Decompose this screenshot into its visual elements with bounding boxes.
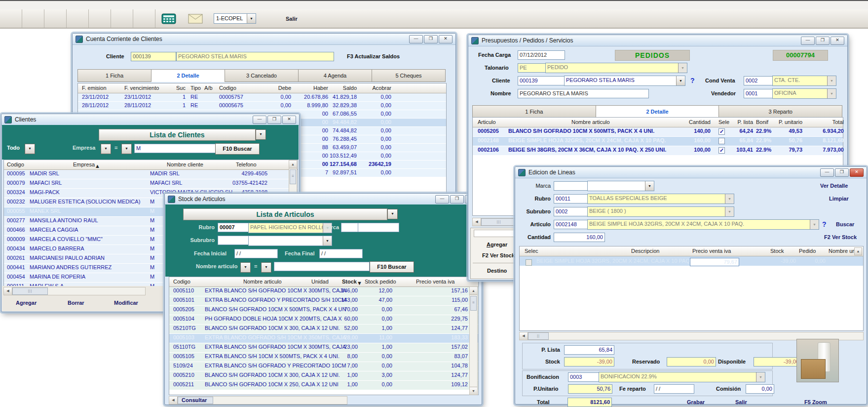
close-icon[interactable]: ✕ [439,35,453,43]
titlebar[interactable]: Stock de Articulos — ❐ ✕ [165,194,482,205]
tab[interactable]: 3 Cancelado [225,69,298,82]
chevron-down-icon[interactable]: ▼ [247,14,256,23]
marca-combo[interactable]: ▼ [587,181,654,191]
tab[interactable]: 5 Cheques [372,69,446,82]
talonario-combo[interactable]: PEDIDO ▼ [545,63,687,73]
checkbox-unchecked-icon[interactable] [526,259,532,266]
table-row[interactable]: 0005211 BLANCO S/H GOFRADO 10CM X 250, C… [169,381,478,390]
table-row[interactable]: 0005105 EXTRA BLANCO S/H 10CM X 500MTS, … [169,353,478,362]
vendedor-combo[interactable]: OFICINA ▼ [772,88,836,99]
vertical-scrollbar[interactable]: ▲ ≡ ▼ [469,286,478,395]
cliente-name-field[interactable]: PEGORARO STELA MARIS [176,52,334,61]
tab[interactable]: 2 Detalle [596,105,719,118]
calculator-button[interactable] [155,9,182,28]
reservado-field[interactable]: 0,00 [667,357,716,366]
scrollbar-thumb[interactable]: ||| [481,218,517,226]
minimize-icon[interactable]: — [253,116,266,124]
maximize-icon[interactable]: ❐ [835,168,849,177]
scroll-up-icon[interactable]: ▲ [854,247,862,255]
table-row[interactable]: 0005103 EXTRA BLANCO GOFRADO S/H 10CM X … [169,334,478,343]
table-row[interactable]: 0002106 BEIGE S/H 38GRS, 20CM X 36CM, CA… [473,146,843,155]
modificar-button[interactable]: Modificar [114,300,138,306]
f2-ver-stock-button[interactable]: F2 Ver Stock [824,234,857,240]
f3-actualizar-label[interactable]: F3 Actualizar Saldos [347,53,400,59]
table-row[interactable]: 28/11/2012 28/11/2012 1 RE 00005675 0,00… [78,102,446,110]
f10-buscar-button[interactable]: F10 Buscar [215,143,260,155]
company-select[interactable]: 1-ECOPEL ▼ [214,9,256,28]
table-row[interactable]: 000079 MAFACI SRL MAFACI SRL 03755-42142… [4,179,298,188]
table-row[interactable]: 000095 MADIR SRL MADIR SRL 4299-4505 [4,170,298,179]
chevron-down-icon[interactable]: ▼ [121,144,132,154]
table-row[interactable]: 0005104 PH GOFRADO DOBLE HOJA 10CM X 200… [169,315,478,324]
toolbar-button[interactable] [22,9,44,28]
marca-name-field[interactable] [358,223,399,232]
cliente-code-field[interactable]: 000139 [131,52,176,61]
chevron-down-icon[interactable]: ▼ [101,144,111,154]
table-row[interactable]: 0002148 BEIGE SIMPLE HOJA 32GRS, 20CM X … [473,137,843,146]
maximize-icon[interactable]: ❐ [424,35,438,43]
table-row[interactable]: BEIGE SIMPLE HOJA 32GRS, 20CM X 24CM, CA… [520,256,863,266]
product-image[interactable] [796,339,839,382]
scroll-left-icon[interactable]: ◀ [169,397,178,404]
rubro-combo[interactable]: TOALLAS ESPECIALES BEIGE ▼ [587,194,734,204]
minimize-icon[interactable]: — [801,37,815,45]
ver-detalle-button[interactable]: Ver Detalle [820,183,848,189]
cantidad-field[interactable]: 160,00 [554,233,605,242]
fecha-final-field[interactable]: / / [319,249,363,258]
toolbar-button[interactable] [44,9,67,28]
talonario-code-field[interactable]: PE [518,63,547,73]
horizontal-scrollbar[interactable]: ◀ ||| [3,287,146,295]
fecha-carga-field[interactable]: 07/12/2012 [518,50,565,60]
help-icon[interactable]: ? [690,77,695,84]
salir-button[interactable]: Salir [735,399,747,405]
consultar-button[interactable]: Consultar [182,397,207,403]
limpiar-button[interactable]: Limpiar [829,196,849,202]
scroll-left-icon[interactable]: ◀ [4,287,12,295]
scroll-up-icon[interactable]: ▲ [289,161,297,168]
f10-buscar-button[interactable]: F10 Buscar [370,261,414,273]
chevron-down-icon[interactable]: ▼ [261,262,271,273]
cond-venta-code-field[interactable]: 0002 [744,76,773,85]
titlebar[interactable]: Presupuestos / Pedidos / Servicios — ❐ ✕ [468,35,847,46]
close-icon[interactable]: ✕ [282,116,296,124]
minimize-icon[interactable]: — [409,35,423,43]
table-row[interactable]: 0005210 BLANCO S/H GOFRADO 10CM X 300, C… [169,371,478,380]
agregar-button[interactable]: Agregar [487,242,507,247]
rubro-code-field[interactable]: 00007 [218,223,250,232]
total-field[interactable]: 8121,60 [567,398,612,407]
destino-button[interactable]: Destino [487,268,507,274]
cliente-combo[interactable]: PEGORARO STELA MARIS ▼ [564,76,685,86]
buscar-button[interactable]: Buscar [836,221,854,227]
tab[interactable]: 3 Reparto [718,105,842,118]
p-lista-field[interactable]: 65,84 [564,345,614,355]
nombre-field[interactable]: PEGORARO STELA MARIS [518,89,649,98]
toolbar-button[interactable] [133,9,155,28]
subrubro-combo[interactable]: ▼ [248,236,332,246]
scrollbar-thumb[interactable]: ≡ [290,169,296,184]
salir-button[interactable]: Salir [281,9,302,28]
toolbar-button[interactable] [0,9,22,28]
rubro-code-field[interactable]: 00011 [554,194,589,204]
search-input[interactable] [274,262,370,271]
scroll-left-icon[interactable]: ◀ [520,332,528,340]
minimize-icon[interactable]: — [820,168,834,177]
close-icon[interactable]: ✕ [830,37,844,45]
scrollbar-thumb[interactable]: || [528,332,549,340]
scrollbar-thumb[interactable]: ≡ [470,296,477,311]
scroll-left-icon[interactable]: ◀ [473,218,481,226]
scroll-down-icon[interactable]: ▼ [470,387,477,395]
p-unitario-field[interactable]: 50,76 [568,384,612,394]
table-row[interactable]: 23/11/2012 23/11/2012 1 RE 00005757 0,00… [78,93,446,101]
titlebar[interactable]: Edicion de Lineas — ❐ ✕ [515,167,867,178]
mail-button[interactable] [182,9,209,28]
scrollbar-thumb[interactable]: ||| [12,287,48,295]
chevron-down-icon[interactable]: ▼ [256,129,266,140]
table-row[interactable]: 0005110 EXTRA BLANCO S/H GOFRADO 10CM X … [169,287,478,296]
chevron-down-icon[interactable]: ▼ [240,262,251,273]
vendedor-code-field[interactable]: 0001 [744,89,773,98]
bonificacion-combo[interactable]: BONIFICACION 22.9% ▼ [599,372,765,382]
table-row[interactable]: 0005205 BLANCO S/H GOFRADO 10CM X 500MTS… [473,127,843,136]
cliente-code-field[interactable]: 000139 [518,76,565,85]
borrar-button[interactable]: Borrar [68,300,84,306]
help-icon[interactable]: ? [822,220,827,228]
